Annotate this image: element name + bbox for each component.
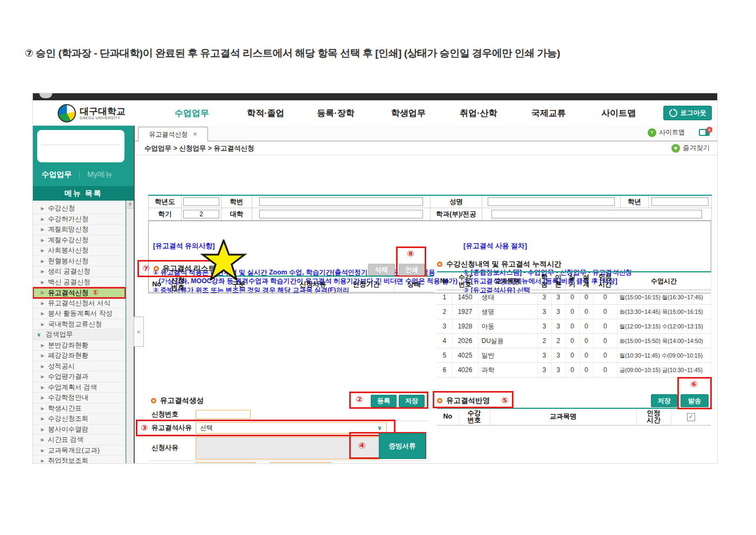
list-column-header: 상태	[394, 276, 434, 292]
sidebar-collapse-button[interactable]: <	[134, 317, 144, 347]
menu-arrow-icon: ▶	[41, 235, 44, 246]
sidebar-menu-item[interactable]: ▶ 생리 공결신청	[33, 266, 126, 277]
nav-item[interactable]: 수업업무	[175, 108, 209, 119]
reason-label: 신청사유	[148, 443, 196, 452]
semester-input[interactable]	[183, 210, 219, 218]
app-header: 대구대학교 DAEGU UNIVERSITY 수업업무학적·졸업등록·장학학생업…	[33, 100, 717, 127]
select-all-checkbox[interactable]: ✓	[687, 413, 695, 421]
sidebar-menu-item[interactable]: ▶ 봉사 활동계획서 작성	[33, 308, 126, 319]
close-all-tabs-icon[interactable]: x	[699, 129, 710, 136]
sidebar-menu-item[interactable]: ▶ 수강허가신청	[33, 214, 126, 225]
table-row[interactable]: 31928 아동 33 00 0 월(12:00~13:15) 수(12:00~…	[437, 319, 711, 334]
sidebar-tab-work[interactable]: 수업업무	[41, 170, 72, 180]
sidebar-menu-item[interactable]: ▶ 폐강강좌현황	[33, 351, 126, 361]
tab-close-icon[interactable]: ×	[193, 131, 197, 138]
sidebar-menu-item[interactable]: ▶ 분반강좌현황	[33, 340, 126, 351]
request-no-input[interactable]	[196, 410, 251, 419]
send-button[interactable]: 발송	[681, 394, 709, 407]
sitemap-link[interactable]: T 사이트맵	[648, 128, 685, 137]
menu-list-header: 메뉴 목록	[33, 186, 134, 201]
year-input[interactable]	[183, 197, 219, 206]
sidebar-menu-item[interactable]: ▶ 수업계획서 검색	[33, 382, 126, 393]
absence-list-table: No신청 번호구분신청사유인정기간상태	[148, 276, 434, 292]
breadcrumb-row: 수업업무 > 신청업무 > 유고결석신청 ★ 즐겨찾기	[135, 141, 717, 155]
scroll-up-icon[interactable]: ∧	[127, 201, 134, 209]
sidebar-menu-item[interactable]: ▶ 수강학점안내	[33, 393, 126, 403]
semester-label: 학기	[149, 208, 182, 221]
table-row[interactable]: 54025 일반 33 00 0 월(10:30~11:45) 수(09:00~…	[437, 348, 711, 363]
nav-item[interactable]: 국제교류	[531, 108, 566, 119]
sidebar-menu-item[interactable]: ▶ 사회봉사신청	[33, 245, 126, 256]
tab-absence-request[interactable]: 유고결석신청 ×	[138, 127, 208, 141]
enrollment-column-header: 수업시간	[617, 272, 711, 290]
university-logo[interactable]: 대구대학교 DAEGU UNIVERSITY	[58, 104, 126, 122]
sidebar-menu-item[interactable]: ▶ 국내학점교류신청	[33, 319, 126, 330]
nav-item[interactable]: 등록·장학	[317, 108, 354, 119]
portal-window: 대구대학교 DAEGU UNIVERSITY 수업업무학적·졸업등록·장학학생업…	[32, 93, 718, 464]
menu-arrow-icon: ▶	[41, 372, 44, 382]
sidebar-menu-item[interactable]: ▶ 학생시간표	[33, 403, 126, 414]
save-create-button[interactable]: 저장	[399, 395, 425, 407]
sidebar-menu-item[interactable]: ▶ 수강신청조회	[33, 414, 126, 424]
student-info-form: 학년도 학번 성명 학년 학기 대학 학과(부)/전공	[148, 195, 712, 221]
period-end-input[interactable]: ▦	[271, 462, 331, 463]
page: ⑦ 승인 (학과장 - 단과대학)이 완료된 후 유고결석 리스트에서 해당 항…	[0, 0, 756, 535]
nav-item[interactable]: 사이트맵	[601, 108, 636, 119]
enrollment-column-header: No	[437, 272, 452, 290]
sidebar-menu-item[interactable]: ▶ 헌혈봉사신청	[33, 256, 126, 267]
sidebar-menu-item[interactable]: ▶ 백신 공결신청	[33, 277, 126, 288]
college-input[interactable]	[259, 210, 423, 218]
student-id-label: 학번	[221, 195, 252, 208]
enrollment-table: No수강 번호교과목명학 점이 론실 기설 계인정 시간수업시간 11450 생…	[437, 271, 711, 378]
sidebar-menu-item[interactable]: ▶ 성적공시	[33, 361, 126, 372]
year-label: 학년도	[149, 195, 182, 208]
table-row[interactable]: 64026 과학 33 00 0 금(09:00~10:15) 금(10:30~…	[437, 363, 711, 378]
major-input[interactable]	[491, 210, 702, 218]
print-button[interactable]: 인쇄	[399, 264, 425, 276]
sidebar-menu-item[interactable]: ▶ 유고결석신청서 서식	[33, 298, 126, 309]
nav-item[interactable]: 학적·졸업	[247, 108, 284, 119]
save-apply-button[interactable]: 저장	[651, 394, 677, 407]
sidebar-menu-item[interactable]: ▶ 취업정보조회	[33, 456, 126, 463]
table-row[interactable]: 21927 생명 33 00 0 화(13:30~14:45) 목(15:00~…	[437, 305, 711, 319]
sidebar-menu-item[interactable]: ▶ 수업평가결과	[33, 372, 126, 382]
name-input[interactable]	[488, 197, 615, 206]
sidebar-tabs: 수업업무 My메뉴	[33, 168, 134, 182]
sidebar-menu-item[interactable]: ▶ 유고결석신청 ①	[33, 287, 126, 298]
sidebar-scrollbar[interactable]: ∧	[126, 201, 134, 463]
register-button[interactable]: 등록	[371, 395, 397, 407]
grade-input[interactable]	[651, 197, 709, 206]
table-row[interactable]: 11450 생태 33 00 0 월(15:00~16:15) 월(16:30~…	[437, 290, 711, 305]
request-no-label: 신청번호	[148, 410, 196, 419]
university-name: 대구대학교	[80, 107, 126, 116]
sidebar-tab-mymenu[interactable]: My메뉴	[87, 170, 113, 180]
table-row[interactable]: 42026 DU실용 22 00 0 화(15:00~15:50) 목(14:0…	[437, 334, 711, 348]
sidebar-tab-divider	[79, 170, 80, 179]
logout-button[interactable]: 로그아웃	[663, 106, 712, 120]
sidebar-menu-item[interactable]: ▶ 수강신청	[33, 203, 126, 214]
sidebar-menu-item[interactable]: ▶ 봉사이수열람	[33, 424, 126, 435]
college-label: 대학	[221, 208, 252, 221]
sidebar-menu: ▶ 수강신청 ▶ 수강허가신청 ▶ 계절희망신청	[33, 201, 126, 463]
period-start-input[interactable]: ▦	[196, 462, 256, 463]
nav-item[interactable]: 학생업무	[391, 108, 426, 119]
delete-button[interactable]: 삭제	[368, 264, 395, 276]
enrollment-column-header: 학 점	[537, 272, 551, 290]
sidebar-menu-item[interactable]: ∨ 검색업무	[33, 330, 126, 340]
sidebar-menu-item[interactable]: ▶ 교과목개요(교과)	[33, 445, 126, 456]
nav-item[interactable]: 취업·산학	[460, 108, 497, 119]
sidebar-menu-item[interactable]: ▶ 계절희망신청	[33, 224, 126, 235]
list-column-header: 신청 번호	[165, 276, 190, 292]
evidence-button[interactable]: 증빙서류	[379, 433, 426, 459]
menu-arrow-icon: ▶	[41, 414, 44, 424]
sidebar-login-panel	[37, 130, 124, 162]
sidebar-menu-item[interactable]: ▶ 시간표 검색	[33, 435, 126, 445]
list-column-header: No	[148, 276, 165, 292]
sidebar-menu-item[interactable]: ▶ 계절수강신청	[33, 235, 126, 246]
annotation-badge-2: ②	[356, 395, 363, 404]
favorite-button[interactable]: ★ 즐겨찾기	[671, 143, 710, 153]
menu-arrow-icon: ▶	[41, 435, 44, 445]
menu-arrow-icon: ▶	[41, 256, 44, 267]
student-id-input[interactable]	[259, 197, 423, 206]
menu-arrow-icon: ▶	[41, 266, 44, 277]
